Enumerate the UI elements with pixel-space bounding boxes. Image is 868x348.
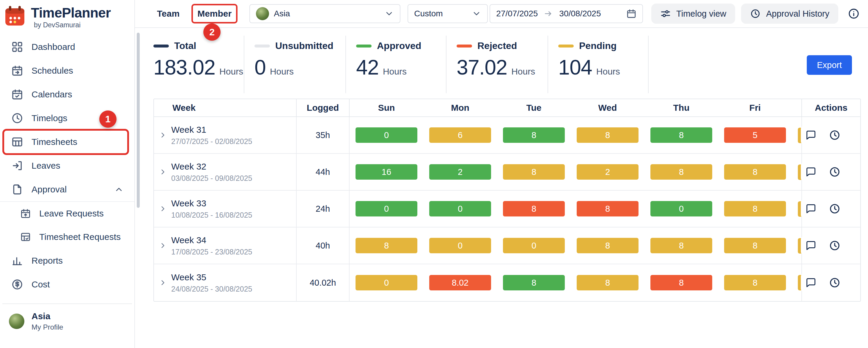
arrow-right-icon	[544, 9, 553, 19]
calendar-icon	[626, 9, 637, 19]
sidebar-item-leaves[interactable]: Leaves	[0, 154, 134, 178]
comment-button[interactable]	[801, 199, 821, 218]
day-hours-bar[interactable]: 8	[355, 238, 417, 253]
week-date-range: 03/08/2025 - 09/08/2025	[171, 174, 252, 183]
day-hours-bar[interactable]: 8	[650, 275, 712, 290]
chevron-right-icon	[159, 279, 167, 287]
chevron-down-icon	[384, 9, 394, 19]
chevron-up-icon	[114, 185, 124, 194]
day-hours-bar[interactable]: 8	[724, 201, 786, 216]
leaves-icon	[11, 160, 23, 172]
sidebar-item-leave-requests[interactable]: Leave Requests	[0, 201, 134, 225]
sidebar-item-dashboard[interactable]: Dashboard	[0, 35, 134, 59]
export-button[interactable]: Export	[807, 55, 852, 75]
day-hours-bar[interactable]: 8	[577, 238, 639, 253]
sidebar-item-timesheets[interactable]: Timesheets	[0, 130, 134, 154]
day-hours-bar[interactable]: 8	[503, 201, 565, 216]
stat-label: Unsubmitted	[275, 40, 334, 51]
comment-button[interactable]	[801, 126, 821, 145]
day-hours-bar[interactable]: 8	[577, 201, 639, 216]
comment-button[interactable]	[801, 163, 821, 181]
day-hours-bar[interactable]: 5	[724, 127, 786, 143]
history-button[interactable]	[829, 129, 841, 141]
info-button[interactable]	[848, 8, 860, 20]
col-header-day: Sun	[349, 99, 423, 116]
stat-value: 104	[558, 56, 592, 79]
range-preset-select[interactable]: Custom	[407, 4, 488, 23]
sidebar-item-label: Leave Requests	[39, 208, 104, 218]
table-row: Week 3310/08/2025 - 16/08/202524h008808	[154, 190, 860, 228]
table-header-row: WeekLoggedSunMonTueWedThuFriActions	[154, 99, 860, 117]
day-hours-bar[interactable]: 0	[355, 127, 417, 143]
comment-icon	[806, 167, 816, 177]
week-expand-cell[interactable]: Week 3310/08/2025 - 16/08/2025	[154, 190, 297, 227]
day-hours-bar[interactable]: 8	[503, 275, 565, 290]
member-select[interactable]: Asia	[249, 4, 400, 23]
day-hours-bar[interactable]: 8	[724, 275, 786, 290]
sidebar-item-timesheet-requests[interactable]: Timesheet Requests	[0, 225, 134, 249]
day-hours-bar[interactable]: 0	[355, 275, 417, 290]
sliders-icon	[660, 8, 671, 19]
sidebar-item-label: Approval	[32, 184, 67, 195]
logged-cell: 44h	[297, 154, 349, 190]
timelog-view-button[interactable]: Timelog view	[651, 4, 735, 24]
table-body: Week 3127/07/2025 - 02/08/202535h068885W…	[154, 117, 860, 301]
sidebar-item-cost[interactable]: Cost	[0, 273, 134, 296]
day-hours-bar[interactable]: 8	[650, 127, 712, 143]
week-expand-cell[interactable]: Week 3524/08/2025 - 30/08/2025	[154, 264, 297, 301]
stat-unit: Hours	[383, 67, 407, 77]
history-button[interactable]	[829, 277, 841, 289]
tab-team[interactable]: Team	[157, 9, 180, 19]
history-button[interactable]	[829, 166, 841, 178]
comment-icon	[806, 277, 816, 288]
history-button[interactable]	[829, 203, 841, 215]
comment-button[interactable]	[801, 236, 821, 255]
timesheet-table: WeekLoggedSunMonTueWedThuFriActions Week…	[153, 99, 861, 302]
stat-pending: Pending104Hours	[548, 36, 649, 93]
sidebar-item-approval[interactable]: Approval	[0, 178, 134, 201]
timelogs-icon	[11, 112, 23, 124]
sat-clipped-cell	[792, 228, 801, 264]
week-expand-cell[interactable]: Week 3127/07/2025 - 02/08/2025	[154, 117, 297, 153]
date-range-end: 30/08/2025	[559, 9, 601, 19]
main-content: Team Member 2 Asia Custom 27/07/2025 30/…	[135, 0, 868, 348]
sidebar-item-reports[interactable]: Reports	[0, 249, 134, 273]
tab-member[interactable]: Member 2	[197, 9, 231, 19]
day-hours-bar[interactable]: 8	[724, 164, 786, 180]
history-icon	[750, 8, 761, 19]
day-hours-bar[interactable]: 2	[577, 164, 639, 180]
day-hours-bar[interactable]: 0	[429, 238, 491, 253]
day-hours-bar[interactable]: 8	[650, 238, 712, 253]
day-hours-bar[interactable]: 6	[429, 127, 491, 143]
history-button[interactable]	[829, 240, 841, 251]
day-hours-bar[interactable]: 0	[650, 201, 712, 216]
week-expand-cell[interactable]: Week 3203/08/2025 - 09/08/2025	[154, 154, 297, 190]
sidebar-divider	[2, 304, 132, 304]
day-hours-bar[interactable]: 16	[355, 164, 417, 180]
comment-button[interactable]	[801, 273, 821, 292]
sidebar-item-calendars[interactable]: Calendars	[0, 82, 134, 106]
sidebar-item-schedules[interactable]: Schedules	[0, 59, 134, 82]
reports-icon	[11, 255, 23, 267]
day-hours-bar[interactable]: 0	[429, 201, 491, 216]
approval-history-button[interactable]: Approval History	[741, 4, 838, 24]
stat-rejected: Rejected37.02Hours	[446, 36, 548, 93]
comment-icon	[806, 240, 816, 251]
day-hours-bar[interactable]: 8.02	[429, 275, 491, 290]
week-expand-cell[interactable]: Week 3417/08/2025 - 23/08/2025	[154, 228, 297, 264]
day-hours-bar[interactable]: 0	[503, 238, 565, 253]
day-hours-bar[interactable]: 8	[724, 238, 786, 253]
sidebar-item-label: Schedules	[32, 66, 73, 76]
day-hours-bar[interactable]: 0	[355, 201, 417, 216]
date-range-picker[interactable]: 27/07/2025 30/08/2025	[490, 4, 643, 23]
app-root: TimePlanner by DevSamurai DashboardSched…	[0, 0, 868, 348]
stat-unit: Hours	[270, 67, 294, 77]
day-hours-bar[interactable]: 2	[429, 164, 491, 180]
profile[interactable]: Asia My Profile	[0, 311, 134, 332]
day-hours-bar[interactable]: 8	[503, 127, 565, 143]
sidebar-menu: DashboardSchedulesCalendarsTimelogsTimes…	[0, 35, 134, 296]
day-hours-bar[interactable]: 8	[577, 127, 639, 143]
day-hours-bar[interactable]: 8	[650, 164, 712, 180]
day-hours-bar[interactable]: 8	[577, 275, 639, 290]
day-hours-bar[interactable]: 8	[503, 164, 565, 180]
